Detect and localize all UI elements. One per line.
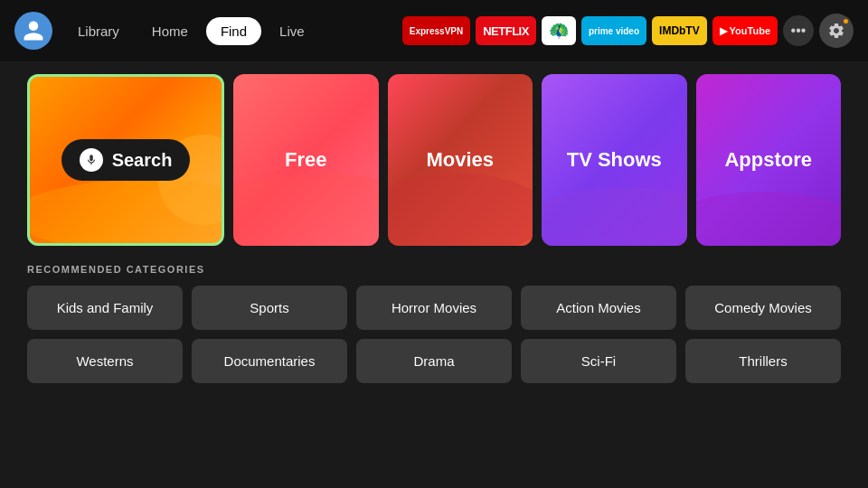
categories-section: RECOMMENDED CATEGORIES Kids and Family S… bbox=[27, 264, 841, 383]
more-button[interactable]: ••• bbox=[783, 15, 814, 46]
mic-icon bbox=[80, 148, 103, 172]
appstore-label: Appstore bbox=[724, 148, 812, 172]
appstore-tile[interactable]: Appstore bbox=[696, 74, 842, 246]
free-tile[interactable]: Free bbox=[233, 74, 379, 246]
category-sports[interactable]: Sports bbox=[192, 286, 347, 330]
settings-notification-dot bbox=[842, 17, 850, 25]
featured-tiles: Search Free Movies TV Shows Appstore bbox=[27, 74, 841, 246]
search-pill[interactable]: Search bbox=[61, 139, 191, 181]
imdb-badge[interactable]: IMDbTV bbox=[652, 16, 707, 45]
nav-links: Library Home Find Live bbox=[63, 17, 319, 45]
settings-button[interactable] bbox=[819, 14, 854, 48]
free-label: Free bbox=[285, 148, 326, 172]
expressvpn-badge[interactable]: ExpressVPN bbox=[402, 16, 470, 45]
category-documentaries[interactable]: Documentaries bbox=[192, 339, 347, 383]
category-thrillers[interactable]: Thrillers bbox=[685, 339, 841, 383]
categories-title: RECOMMENDED CATEGORIES bbox=[27, 264, 841, 275]
search-tile[interactable]: Search bbox=[27, 74, 224, 246]
youtube-badge[interactable]: ▶ YouTube bbox=[712, 16, 778, 45]
category-westerns[interactable]: Westerns bbox=[27, 339, 183, 383]
category-grid: Kids and Family Sports Horror Movies Act… bbox=[27, 286, 841, 383]
category-scifi[interactable]: Sci-Fi bbox=[521, 339, 676, 383]
category-comedy-movies[interactable]: Comedy Movies bbox=[685, 286, 841, 330]
nav-home[interactable]: Home bbox=[137, 17, 203, 45]
category-action-movies[interactable]: Action Movies bbox=[521, 286, 676, 330]
tvshows-label: TV Shows bbox=[567, 148, 662, 172]
category-drama[interactable]: Drama bbox=[356, 339, 512, 383]
app-icons: ExpressVPN NETFLIX 🦚 prime video IMDbTV … bbox=[402, 14, 854, 48]
top-nav: Library Home Find Live ExpressVPN NETFLI… bbox=[0, 0, 868, 61]
netflix-badge[interactable]: NETFLIX bbox=[476, 16, 536, 45]
user-icon bbox=[22, 19, 45, 42]
nav-library[interactable]: Library bbox=[63, 17, 134, 45]
movies-tile[interactable]: Movies bbox=[388, 74, 533, 246]
prime-badge[interactable]: prime video bbox=[581, 16, 646, 45]
peacock-badge[interactable]: 🦚 bbox=[542, 16, 576, 45]
microphone-icon bbox=[85, 154, 98, 166]
category-horror-movies[interactable]: Horror Movies bbox=[356, 286, 512, 330]
search-label: Search bbox=[112, 150, 173, 171]
nav-find[interactable]: Find bbox=[206, 17, 261, 45]
movies-label: Movies bbox=[426, 148, 494, 172]
tvshows-tile[interactable]: TV Shows bbox=[542, 74, 687, 246]
nav-live[interactable]: Live bbox=[265, 17, 319, 45]
category-kids-family[interactable]: Kids and Family bbox=[27, 286, 183, 330]
avatar[interactable] bbox=[14, 12, 52, 50]
main-content: Search Free Movies TV Shows Appstore REC… bbox=[0, 61, 868, 383]
